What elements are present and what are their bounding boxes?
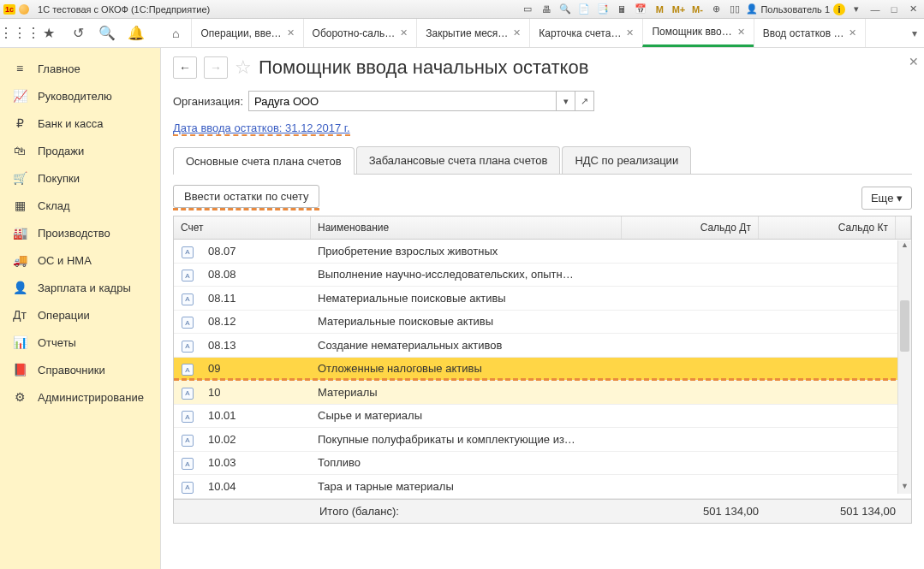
table-row[interactable]: A08.12Материальные поисковые активы bbox=[174, 311, 911, 335]
table-scrollbar[interactable]: ▲ ▼ bbox=[897, 240, 911, 494]
sidebar-item[interactable]: ▦Склад bbox=[0, 192, 160, 219]
plan-tab[interactable]: НДС по реализации bbox=[562, 146, 691, 174]
minimize-button[interactable]: — bbox=[867, 3, 883, 16]
calc-icon[interactable]: 🖩 bbox=[614, 3, 629, 16]
sidebar-item-icon: 📕 bbox=[12, 363, 27, 376]
appbar-tab[interactable]: Оборотно-саль…✕ bbox=[303, 19, 418, 47]
zoom-icon[interactable]: ⊕ bbox=[708, 3, 724, 16]
appbar-tab[interactable]: Помощник вво…✕ bbox=[642, 19, 754, 47]
sidebar-item-label: Зарплата и кадры bbox=[38, 282, 131, 294]
col-name-header[interactable]: Наименование bbox=[311, 216, 622, 239]
organization-dropdown-button[interactable]: ▾ bbox=[557, 91, 575, 111]
sidebar-item[interactable]: ₽Банк и касса bbox=[0, 110, 160, 137]
user-label[interactable]: 👤 Пользователь 1 bbox=[746, 3, 830, 15]
search-icon[interactable]: 🔍 bbox=[557, 3, 573, 16]
enter-balances-wrap: Ввести остатки по счету bbox=[173, 185, 319, 210]
memory-m-button[interactable]: M bbox=[652, 3, 667, 16]
balance-date-link[interactable]: Дата ввода остатков: 31.12.2017 г. bbox=[173, 122, 350, 134]
col-credit-header[interactable]: Сальдо Кт bbox=[759, 216, 896, 239]
close-page-button[interactable]: ✕ bbox=[909, 55, 919, 68]
appbar-tab[interactable]: Закрытие меся…✕ bbox=[416, 19, 530, 47]
account-icon: A bbox=[182, 293, 194, 305]
row-name: Создание нематериальных активов bbox=[311, 339, 622, 352]
row-name: Приобретение взрослых животных bbox=[311, 245, 622, 258]
doc-icon[interactable]: 📄 bbox=[576, 3, 592, 16]
sidebar-item[interactable]: 📕Справочники bbox=[0, 356, 160, 383]
tab-close-icon[interactable]: ✕ bbox=[513, 27, 521, 39]
info-icon[interactable]: i bbox=[833, 3, 845, 15]
user-name: Пользователь 1 bbox=[760, 4, 830, 15]
table-row[interactable]: A10.03Топливо bbox=[174, 452, 911, 476]
sidebar-item[interactable]: ⚙Администрирование bbox=[0, 383, 160, 411]
organization-open-button[interactable]: ↗ bbox=[575, 91, 594, 111]
tab-close-icon[interactable]: ✕ bbox=[849, 27, 856, 39]
sidebar-item-icon: ▦ bbox=[12, 199, 27, 212]
nav-back-button[interactable]: ← bbox=[173, 56, 197, 79]
table-row[interactable]: A10Материалы bbox=[174, 381, 911, 405]
sidebar-item-label: Производство bbox=[38, 227, 110, 240]
toolbar-icon[interactable]: ▭ bbox=[520, 3, 535, 16]
appbar-tab-label: Ввод остатков … bbox=[763, 27, 844, 39]
sidebar-item[interactable]: 📊Отчеты bbox=[0, 329, 160, 356]
sidebar-item[interactable]: ДтОперации bbox=[0, 301, 160, 329]
row-code: 08.11 bbox=[201, 292, 311, 305]
col-account-header[interactable]: Счет bbox=[174, 216, 311, 239]
table-row[interactable]: A08.08Выполнение научно-исследовательски… bbox=[174, 264, 911, 287]
table-row[interactable]: A10.01Сырье и материалы bbox=[174, 405, 911, 429]
sidebar-item-label: Руководителю bbox=[38, 90, 112, 103]
memory-mplus-button[interactable]: M+ bbox=[671, 3, 686, 16]
appbar-tab[interactable]: Ввод остатков …✕ bbox=[754, 19, 867, 47]
favorite-icon[interactable]: ★ bbox=[34, 21, 63, 46]
table-row[interactable]: A10.02Покупные полуфабрикаты и комплекту… bbox=[174, 428, 911, 452]
plan-tab[interactable]: Забалансовые счета плана счетов bbox=[356, 146, 561, 174]
table-row[interactable]: A10.04Тара и тарные материалы bbox=[174, 475, 911, 499]
search-tab-icon[interactable]: 🔍 bbox=[92, 21, 122, 46]
scroll-up-icon[interactable]: ▲ bbox=[898, 240, 911, 252]
row-name: Покупные полуфабрикаты и комплектующие и… bbox=[311, 433, 622, 446]
tab-close-icon[interactable]: ✕ bbox=[737, 27, 745, 38]
col-debit-header[interactable]: Сальдо Дт bbox=[622, 216, 759, 239]
row-name: Топливо bbox=[311, 456, 622, 469]
sidebar-item[interactable]: 👤Зарплата и кадры bbox=[0, 274, 160, 301]
tab-close-icon[interactable]: ✕ bbox=[400, 27, 408, 39]
panel-icon[interactable]: ▯▯ bbox=[727, 3, 742, 16]
sidebar-item[interactable]: 🏭Производство bbox=[0, 219, 160, 246]
accounts-table: Счет Наименование Сальдо Дт Сальдо Кт A0… bbox=[173, 216, 912, 524]
scroll-thumb[interactable] bbox=[900, 300, 909, 352]
enter-balances-button[interactable]: Ввести остатки по счету bbox=[173, 185, 319, 208]
more-button[interactable]: Еще ▾ bbox=[861, 187, 912, 210]
apps-grid-icon[interactable]: ⋮⋮⋮ bbox=[5, 21, 34, 46]
sidebar-item[interactable]: 🚚ОС и НМА bbox=[0, 246, 160, 274]
appbar-tab[interactable]: Карточка счета…✕ bbox=[529, 19, 643, 47]
appbar-tab[interactable]: Операции, вве…✕ bbox=[191, 19, 303, 47]
sidebar-item[interactable]: 📈Руководителю bbox=[0, 82, 160, 110]
calendar-icon[interactable]: 📅 bbox=[633, 3, 648, 16]
tabs-overflow-icon[interactable]: ▾ bbox=[905, 27, 924, 39]
dropdown-icon[interactable]: ▾ bbox=[849, 3, 864, 16]
table-row[interactable]: A09Отложенные налоговые активы bbox=[174, 358, 911, 382]
maximize-button[interactable]: □ bbox=[886, 3, 902, 16]
history-icon[interactable]: ↺ bbox=[63, 21, 92, 46]
plan-tab[interactable]: Основные счета плана счетов bbox=[173, 147, 355, 175]
memory-mminus-button[interactable]: M- bbox=[689, 3, 705, 16]
copy-icon[interactable]: 📑 bbox=[595, 3, 611, 16]
tab-close-icon[interactable]: ✕ bbox=[626, 27, 634, 39]
scroll-down-icon[interactable]: ▼ bbox=[898, 482, 911, 494]
home-tab[interactable]: ⌂ bbox=[161, 19, 192, 47]
tab-close-icon[interactable]: ✕ bbox=[287, 27, 295, 39]
star-button[interactable]: ☆ bbox=[235, 56, 252, 79]
close-window-button[interactable]: ✕ bbox=[905, 3, 921, 16]
nav-row: ← → ☆ Помощник ввода начальных остатков bbox=[173, 56, 912, 79]
notifications-icon[interactable]: 🔔 bbox=[122, 21, 151, 46]
table-row[interactable]: A08.07Приобретение взрослых животных bbox=[174, 240, 911, 264]
organization-input[interactable] bbox=[248, 91, 557, 111]
sidebar-item[interactable]: ≡Главное bbox=[0, 55, 160, 82]
print-icon[interactable]: 🖶 bbox=[539, 3, 554, 16]
table-row[interactable]: A08.13Создание нематериальных активов bbox=[174, 334, 911, 358]
nav-forward-button[interactable]: → bbox=[204, 56, 228, 79]
more-button-label: Еще bbox=[871, 192, 893, 204]
sidebar-item-icon: 👤 bbox=[12, 281, 27, 294]
sidebar-item[interactable]: 🛍Продажи bbox=[0, 137, 160, 164]
sidebar-item[interactable]: 🛒Покупки bbox=[0, 164, 160, 192]
table-row[interactable]: A08.11Нематериальные поисковые активы bbox=[174, 287, 911, 311]
